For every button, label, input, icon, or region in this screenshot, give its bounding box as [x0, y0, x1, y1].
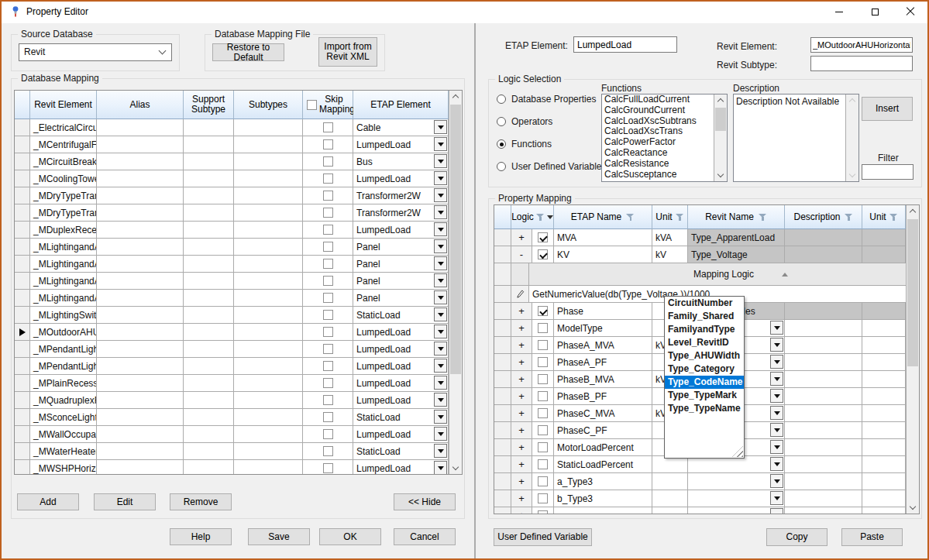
subtypes-cell[interactable]	[234, 392, 303, 409]
etap-element-cell[interactable]: Panel	[353, 239, 449, 256]
skip-mapping-checkbox[interactable]	[323, 293, 333, 303]
revit-element-cell[interactable]: _MLightingandA	[30, 290, 97, 307]
dropdown-button[interactable]	[434, 188, 447, 202]
skip-mapping-checkbox[interactable]	[323, 361, 333, 371]
dropdown-button[interactable]	[434, 273, 447, 287]
minimize-button[interactable]	[821, 0, 857, 23]
skip-mapping-checkbox[interactable]	[323, 139, 333, 149]
etap-element-cell[interactable]: LumpedLoad	[353, 426, 449, 443]
alias-cell[interactable]	[97, 375, 184, 392]
subtypes-cell[interactable]	[234, 170, 303, 187]
dropdown-button[interactable]	[434, 461, 447, 475]
logic-checkbox[interactable]	[538, 340, 548, 350]
dropdown-button[interactable]	[434, 444, 447, 458]
subtypes-cell[interactable]	[234, 239, 303, 256]
etap-element-cell[interactable]: LumpedLoad	[353, 392, 449, 409]
table-row[interactable]: _MDryTypeTranTransformer2W	[15, 204, 462, 222]
revit-element-cell[interactable]: _MLightingandA	[30, 273, 97, 290]
skip-mapping-cell[interactable]	[303, 222, 353, 239]
description-cell[interactable]	[785, 422, 862, 439]
logic-checkbox[interactable]	[538, 357, 548, 367]
table-row[interactable]: _MPendantLightLumpedLoad	[15, 358, 462, 375]
table-row[interactable]: _MQuadruplexRLumpedLoad	[15, 392, 462, 409]
row-selector[interactable]	[15, 239, 30, 256]
etap-element-field[interactable]	[573, 36, 677, 53]
revit-element-cell[interactable]: _MDryTypeTran	[30, 204, 97, 222]
maximize-button[interactable]	[857, 0, 893, 23]
function-list-item[interactable]: CalcLoadXscSubtrans	[602, 116, 714, 127]
support-subtype-cell[interactable]	[184, 426, 234, 443]
unit2-cell[interactable]	[862, 490, 906, 507]
skip-mapping-cell[interactable]	[303, 358, 353, 375]
skip-mapping-cell[interactable]	[303, 375, 353, 392]
revit-subtype-field[interactable]	[810, 56, 913, 71]
corner-header-cell[interactable]	[15, 91, 30, 119]
logic-checkbox[interactable]	[538, 374, 548, 384]
support-subtype-cell[interactable]	[184, 273, 234, 290]
skip-mapping-checkbox[interactable]	[323, 173, 333, 184]
table-row[interactable]: +a_Type3	[494, 473, 919, 490]
filter-funnel-icon[interactable]	[676, 213, 684, 222]
dropdown-button[interactable]	[434, 137, 447, 151]
support-subtype-cell[interactable]	[184, 460, 234, 475]
scroll-up-arrow-icon[interactable]	[449, 91, 462, 104]
dropdown-button[interactable]	[434, 410, 447, 424]
etap-element-cell[interactable]: Panel	[353, 273, 449, 290]
unit2-cell[interactable]	[862, 303, 906, 320]
functions-scrollbar[interactable]	[714, 94, 727, 181]
logic-checkbox-cell[interactable]	[532, 405, 554, 422]
alias-cell[interactable]	[97, 341, 184, 358]
etap-name-cell[interactable]: PhaseA_MVA	[554, 337, 652, 354]
support-subtype-cell[interactable]	[184, 358, 234, 375]
dropdown-button[interactable]	[770, 491, 783, 505]
logic-checkbox-cell[interactable]	[532, 303, 554, 320]
logic-checkbox-cell[interactable]	[532, 320, 554, 337]
column-header-skip-mapping[interactable]: Skip Mapping	[303, 91, 353, 119]
row-selector[interactable]	[494, 354, 511, 371]
table-row[interactable]: Mapping Logic	[494, 263, 919, 286]
mapping-logic-header[interactable]: Mapping Logic	[529, 263, 919, 286]
row-expander[interactable]: +	[511, 371, 532, 388]
scrollbar-thumb[interactable]	[715, 108, 726, 131]
dropdown-button[interactable]	[434, 154, 447, 168]
etap-name-cell[interactable]: MVA	[554, 229, 652, 246]
etap-element-cell[interactable]: LumpedLoad	[353, 170, 449, 187]
dropdown-button[interactable]	[770, 508, 783, 514]
row-expander[interactable]: +	[511, 388, 532, 405]
filter-funnel-icon[interactable]	[536, 213, 545, 222]
revit-element-cell[interactable]: _MPlainRecess	[30, 375, 97, 392]
dropdown-item[interactable]: Family_Shared	[665, 310, 744, 323]
dropdown-button[interactable]	[434, 325, 447, 338]
table-row[interactable]: _MPlainRecessLumpedLoad	[15, 375, 462, 392]
subtypes-cell[interactable]	[234, 153, 303, 170]
unit-cell[interactable]	[652, 507, 688, 514]
scroll-down-arrow-icon[interactable]	[714, 168, 727, 180]
logic-checkbox[interactable]	[538, 408, 548, 418]
skip-mapping-cell[interactable]	[303, 119, 353, 136]
dropdown-button[interactable]	[770, 355, 783, 369]
row-selector[interactable]	[494, 507, 511, 514]
row-selector[interactable]	[494, 263, 511, 286]
user-defined-variable-button[interactable]: User Defined Variable	[494, 528, 592, 546]
scrollbar-thumb[interactable]	[907, 219, 918, 366]
alias-cell[interactable]	[97, 187, 184, 204]
skip-mapping-cell[interactable]	[303, 204, 353, 222]
table-row[interactable]: _MPendantLightLumpedLoad	[15, 341, 462, 358]
subtypes-cell[interactable]	[234, 426, 303, 443]
skip-mapping-checkbox[interactable]	[323, 395, 333, 405]
title-bar[interactable]: Property Editor	[0, 0, 929, 23]
subtypes-cell[interactable]	[234, 358, 303, 375]
dropdown-item[interactable]: Level_RevitID	[665, 336, 744, 349]
etap-name-cell[interactable]: PhaseC_PF	[554, 422, 652, 439]
support-subtype-cell[interactable]	[184, 187, 234, 204]
skip-mapping-cell[interactable]	[303, 153, 353, 170]
revit-element-cell[interactable]: _MDryTypeTran	[30, 187, 97, 204]
row-selector[interactable]	[494, 337, 511, 354]
hide-button[interactable]: << Hide	[394, 493, 456, 510]
column-header-description[interactable]: Description	[785, 205, 862, 229]
filter-funnel-icon[interactable]	[889, 213, 898, 222]
etap-element-cell[interactable]: Transformer2W	[353, 204, 449, 222]
function-list-item[interactable]: CalcGroundCurrent	[602, 105, 714, 116]
scroll-down-arrow-icon[interactable]	[449, 461, 462, 473]
table-row[interactable]: +StaticLoadPercent	[494, 456, 919, 473]
